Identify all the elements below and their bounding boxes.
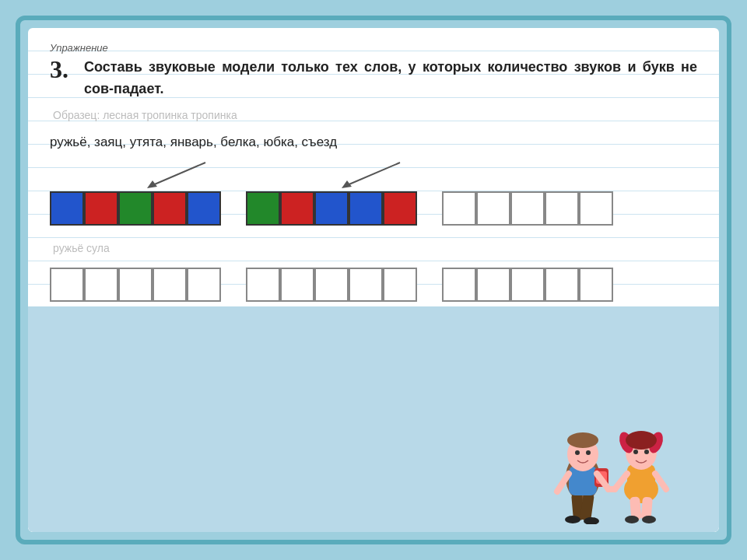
color-blocks-row bbox=[50, 191, 697, 226]
block-blue-1 bbox=[50, 191, 84, 226]
content: Упражнение 3. Составь звуковые модели то… bbox=[50, 42, 697, 302]
empty-block-r5 bbox=[187, 268, 221, 302]
task-row: 3. Составь звуковые модели только тех сл… bbox=[50, 57, 697, 100]
inner-page: Упражнение 3. Составь звуковые модели то… bbox=[28, 28, 719, 532]
empty-block-r15 bbox=[579, 268, 613, 302]
block-blue-2 bbox=[187, 191, 221, 226]
block-red-3 bbox=[280, 191, 314, 226]
faded-text-2: ружьё сула bbox=[50, 236, 697, 260]
empty-block-r12 bbox=[476, 268, 510, 302]
empty-block-r3 bbox=[118, 268, 153, 302]
block-green-1 bbox=[118, 191, 153, 226]
arrows-area bbox=[50, 159, 697, 190]
faded-text-1: Образец: лесная тропинка тропинка bbox=[50, 103, 697, 127]
empty-block-r7 bbox=[280, 268, 314, 302]
svg-point-13 bbox=[586, 450, 591, 455]
block-green-2 bbox=[246, 191, 280, 226]
empty-block-r8 bbox=[314, 268, 349, 302]
svg-point-28 bbox=[633, 450, 638, 454]
arrows-svg bbox=[50, 159, 548, 190]
children-illustration bbox=[524, 322, 696, 524]
task-number: 3. bbox=[50, 57, 78, 82]
svg-line-2 bbox=[345, 163, 400, 186]
block-red-2 bbox=[153, 191, 187, 226]
svg-point-7 bbox=[565, 516, 580, 523]
svg-point-11 bbox=[567, 432, 598, 448]
empty-block-r2 bbox=[84, 268, 118, 302]
empty-block-3 bbox=[510, 191, 545, 226]
empty-block-r6 bbox=[246, 268, 280, 302]
block-group-1 bbox=[50, 191, 221, 226]
empty-blocks-row bbox=[50, 268, 697, 302]
block-red-1 bbox=[84, 191, 118, 226]
empty-block-r1 bbox=[50, 268, 84, 302]
task-text: Составь звуковые модели только тех слов,… bbox=[84, 57, 697, 100]
empty-block-group-3 bbox=[246, 268, 417, 302]
blocks-section bbox=[50, 159, 697, 226]
empty-block-r14 bbox=[545, 268, 579, 302]
empty-block-1 bbox=[442, 191, 476, 226]
empty-block-group-2 bbox=[50, 268, 221, 302]
empty-block-r10 bbox=[383, 268, 417, 302]
svg-line-0 bbox=[151, 163, 205, 186]
empty-block-r9 bbox=[349, 268, 383, 302]
empty-block-group-1 bbox=[442, 191, 613, 226]
svg-point-12 bbox=[575, 450, 580, 455]
empty-block-4 bbox=[545, 191, 579, 226]
outer-frame: Упражнение 3. Составь звуковые модели то… bbox=[16, 16, 731, 544]
empty-block-2 bbox=[476, 191, 510, 226]
svg-point-22 bbox=[642, 516, 656, 523]
block-red-4 bbox=[383, 191, 417, 226]
block-group-2 bbox=[246, 191, 417, 226]
empty-block-r13 bbox=[510, 268, 545, 302]
empty-block-r4 bbox=[153, 268, 187, 302]
block-blue-3 bbox=[314, 191, 349, 226]
empty-block-5 bbox=[579, 191, 613, 226]
exercise-label: Упражнение bbox=[50, 42, 697, 54]
block-blue-4 bbox=[349, 191, 383, 226]
children-svg bbox=[524, 322, 696, 524]
svg-point-21 bbox=[625, 516, 639, 523]
words-row: ружьё, заяц, утята, январь, белка, юбка,… bbox=[50, 131, 697, 152]
svg-point-27 bbox=[626, 431, 657, 450]
svg-point-29 bbox=[644, 450, 649, 454]
empty-block-group-4 bbox=[442, 268, 613, 302]
empty-block-r11 bbox=[442, 268, 476, 302]
